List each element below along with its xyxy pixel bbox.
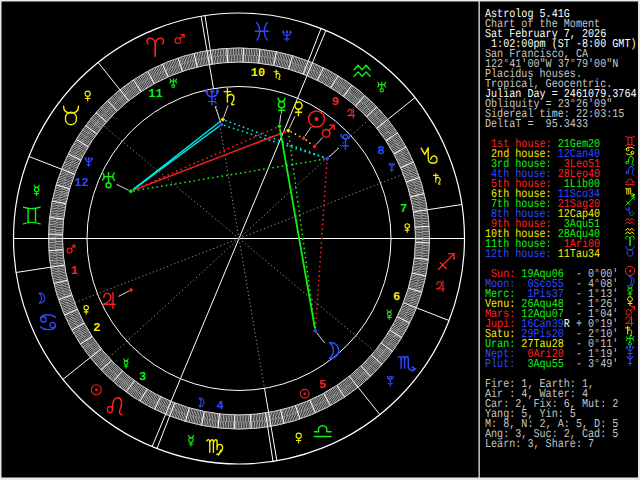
svg-text:8: 8 bbox=[378, 144, 385, 158]
svg-text:Learn: 3, Share: 7: Learn: 3, Share: 7 bbox=[485, 437, 594, 451]
svg-text:5: 5 bbox=[319, 378, 326, 392]
svg-text:11: 11 bbox=[148, 87, 162, 101]
svg-text:7: 7 bbox=[400, 202, 407, 216]
svg-text:12: 12 bbox=[74, 176, 88, 190]
svg-text:4: 4 bbox=[216, 399, 223, 413]
svg-text:12th house: 11Tau34: 12th house: 11Tau34 bbox=[485, 247, 600, 261]
svg-text:2: 2 bbox=[93, 321, 100, 335]
svg-text:DeltaT = 95.3433: DeltaT = 95.3433 bbox=[485, 117, 588, 131]
svg-text:9: 9 bbox=[332, 95, 339, 109]
svg-text:10: 10 bbox=[251, 66, 265, 80]
svg-text:1: 1 bbox=[71, 264, 78, 278]
svg-text:Plut: 3Aqu55 - 3°49': Plut: 3Aqu55 - 3°49' bbox=[485, 357, 618, 371]
svg-text:3: 3 bbox=[139, 370, 146, 384]
svg-text:6: 6 bbox=[393, 290, 400, 304]
